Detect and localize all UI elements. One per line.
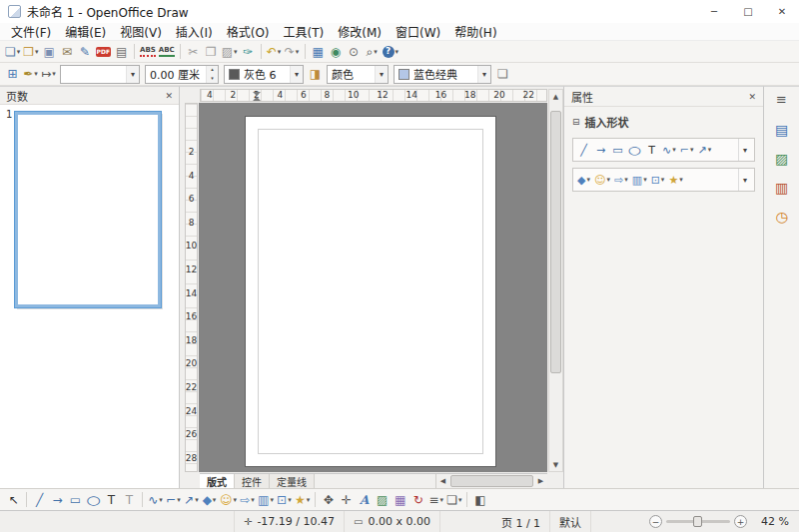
line-arrow-icon[interactable]: →: [593, 142, 608, 158]
gallery-icon[interactable]: ▦: [392, 491, 408, 509]
line-arrow-icon[interactable]: →: [49, 491, 66, 509]
view-tab[interactable]: 定量线: [270, 474, 315, 488]
line-width-input[interactable]: 0.00 厘米 ▴ ▾: [145, 65, 219, 84]
paste-icon[interactable]: ▨▾: [221, 43, 239, 61]
line-color-select[interactable]: 灰色 6 ▾: [224, 65, 304, 84]
zoom-level-value[interactable]: 42 %: [753, 515, 799, 528]
autospellcheck-icon[interactable]: ABC: [158, 43, 176, 61]
row-overflow-icon[interactable]: ▾: [738, 169, 751, 191]
line-style-select[interactable]: ▾: [60, 65, 140, 84]
flowchart-icon[interactable]: ▥▾: [631, 172, 648, 188]
menu-window[interactable]: 窗口(W): [389, 23, 447, 40]
flowchart-icon[interactable]: ▥▾: [257, 491, 275, 509]
email-icon[interactable]: ✉: [59, 43, 76, 61]
table-icon[interactable]: ▦: [310, 43, 327, 61]
rectangle-icon[interactable]: ▭: [610, 142, 625, 158]
drawing-canvas[interactable]: [199, 103, 547, 472]
block-arrows-icon[interactable]: ⇨▾: [613, 172, 629, 188]
curve-icon[interactable]: ∿▾: [661, 142, 677, 158]
scroll-down-icon[interactable]: ▼: [549, 458, 562, 471]
new-document-icon[interactable]: ❏▾: [4, 43, 21, 61]
edit-file-icon[interactable]: ✎: [77, 43, 94, 61]
spellcheck-icon[interactable]: ABS: [139, 43, 157, 61]
scroll-up-icon[interactable]: ▲: [549, 90, 562, 103]
spin-down-icon[interactable]: ▾: [207, 74, 218, 83]
edit-points-icon[interactable]: ⊞: [4, 65, 21, 83]
undo-icon[interactable]: ↶▾: [266, 43, 283, 61]
zoom-slider[interactable]: [666, 520, 730, 523]
menu-tools[interactable]: 工具(T): [277, 23, 332, 40]
basic-shapes-icon[interactable]: ◆▾: [576, 172, 591, 188]
page-thumbnail[interactable]: [15, 112, 161, 307]
stars-icon[interactable]: ★▾: [294, 491, 311, 509]
zoom-icon[interactable]: ⌕▾: [364, 43, 381, 61]
horizontal-scrollbar[interactable]: ◀ ▶: [435, 474, 547, 488]
connector-icon[interactable]: ⌐▾: [679, 142, 695, 158]
page-indicator[interactable]: 页 1 / 1: [492, 511, 550, 532]
menu-modify[interactable]: 修改(M): [331, 23, 389, 40]
stars-icon[interactable]: ★▾: [667, 172, 683, 188]
symbol-shapes-icon[interactable]: ☺▾: [593, 172, 611, 188]
text-icon[interactable]: T: [644, 142, 659, 158]
spinner-buttons[interactable]: ▴ ▾: [206, 66, 218, 83]
menu-help[interactable]: 帮助(H): [447, 23, 503, 40]
menu-edit[interactable]: 编辑(E): [58, 23, 113, 40]
shadow-icon[interactable]: ❏: [494, 65, 511, 83]
lines-arrows-icon[interactable]: ↗▾: [183, 491, 200, 509]
rotate-icon[interactable]: ↻: [409, 491, 426, 509]
close-button[interactable]: ✕: [765, 0, 799, 23]
close-icon[interactable]: ✕: [165, 91, 173, 101]
fill-color-select[interactable]: 蓝色经典 ▾: [394, 65, 491, 84]
sidebar-menu-icon[interactable]: ≡: [776, 92, 787, 107]
maximize-button[interactable]: □: [731, 0, 765, 23]
callouts-icon[interactable]: ⊡▾: [276, 491, 293, 509]
navigator-icon[interactable]: ⊙: [346, 43, 363, 61]
collapse-icon[interactable]: ⊟: [572, 117, 580, 127]
view-tab[interactable]: 控件: [235, 474, 270, 488]
row-overflow-icon[interactable]: ▾: [738, 139, 751, 161]
menu-file[interactable]: 文件(F): [4, 23, 58, 40]
extrusion-icon[interactable]: ◧: [471, 491, 488, 509]
glue-points-icon[interactable]: ✛: [338, 491, 355, 509]
line-icon[interactable]: ╱: [576, 142, 591, 158]
minimize-button[interactable]: ─: [697, 0, 731, 23]
menu-insert[interactable]: 插入(I): [169, 23, 220, 40]
lines-arrows-icon[interactable]: ↗▾: [696, 142, 712, 158]
cut-icon[interactable]: ✂: [185, 43, 202, 61]
copy-icon[interactable]: ❐: [203, 43, 220, 61]
alignment-icon[interactable]: ≡▾: [427, 491, 444, 509]
navigator-deck-icon[interactable]: ◷: [773, 208, 790, 226]
fontwork-icon[interactable]: A: [356, 491, 373, 509]
curve-icon[interactable]: ∿▾: [147, 491, 164, 509]
text-icon[interactable]: T: [103, 491, 120, 509]
format-paintbrush-icon[interactable]: ✑: [240, 43, 257, 61]
ellipse-icon[interactable]: ○: [627, 142, 642, 158]
symbol-shapes-icon[interactable]: ☺▾: [219, 491, 238, 509]
print-icon[interactable]: ▤: [113, 43, 130, 61]
menu-view[interactable]: 视图(V): [113, 23, 169, 40]
horizontal-scrollbar-track[interactable]: [449, 474, 534, 488]
hyperlink-icon[interactable]: ◉: [328, 43, 345, 61]
select-icon[interactable]: ↖: [5, 491, 22, 509]
arrow-style-icon[interactable]: ↦▾: [40, 65, 57, 83]
close-icon[interactable]: ✕: [748, 92, 756, 102]
ellipse-icon[interactable]: ○: [85, 491, 102, 509]
vertical-scrollbar[interactable]: ▲ ▼: [548, 89, 563, 472]
block-arrows-icon[interactable]: ⇨▾: [239, 491, 256, 509]
area-style-select[interactable]: 颜色 ▾: [327, 65, 389, 84]
scroll-right-icon[interactable]: ▶: [534, 477, 547, 485]
redo-icon[interactable]: ↷▾: [284, 43, 301, 61]
help-icon[interactable]: ?▾: [382, 43, 400, 61]
view-tab[interactable]: 版式: [200, 474, 235, 488]
save-icon[interactable]: ▣: [41, 43, 58, 61]
gallery-deck-icon[interactable]: ▨: [773, 150, 790, 168]
styles-deck-icon[interactable]: ▥: [773, 179, 790, 197]
page-style-cell[interactable]: 默认: [550, 511, 591, 532]
zoom-out-icon[interactable]: −: [649, 515, 662, 528]
connector-icon[interactable]: ⌐▾: [165, 491, 182, 509]
line-end-style-icon[interactable]: ✒▾: [22, 65, 39, 83]
properties-deck-icon[interactable]: ▤: [773, 121, 790, 139]
open-icon[interactable]: ❒▾: [22, 43, 39, 61]
drawing-page[interactable]: [245, 116, 496, 467]
horizontal-scrollbar-thumb[interactable]: [450, 475, 533, 487]
